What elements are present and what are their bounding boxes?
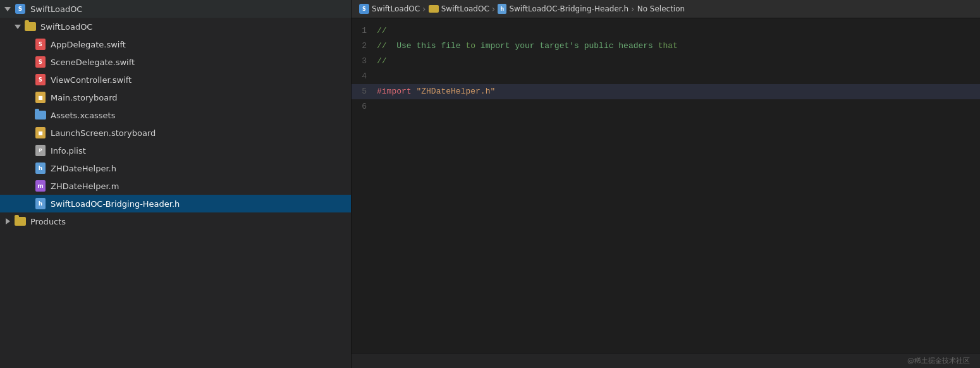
products-folder-icon [14, 215, 27, 228]
line-content-2: // Use this file to import your target's… [377, 39, 980, 53]
line-content-5: #import "ZHDateHelper.h" [377, 85, 980, 99]
watermark-text: @稀土掘金技术社区 [907, 357, 970, 365]
swift-icon-2: S [34, 73, 47, 86]
products-label: Products [30, 217, 66, 226]
breadcrumb-sep-3: › [631, 4, 635, 14]
breadcrumb-file-icon: h [498, 4, 506, 14]
line-num-5: 5 [352, 85, 377, 99]
line-num-4: 4 [352, 70, 377, 83]
breadcrumb-sep-2: › [492, 4, 496, 14]
sidebar-item-root[interactable]: S SwiftLoadOC [0, 0, 351, 18]
breadcrumb-project: SwiftLoadOC [372, 4, 420, 13]
file-label-9: SwiftLoadOC-Bridging-Header.h [51, 199, 180, 209]
swift-icon-0: S [34, 38, 47, 51]
editor: S SwiftLoadOC › SwiftLoadOC › h SwiftLoa… [352, 0, 980, 368]
breadcrumb-sep-1: › [422, 4, 426, 14]
xcassets-icon [34, 109, 47, 121]
sidebar-item-scenedelegate[interactable]: S SceneDelegate.swift [0, 53, 351, 71]
storyboard-icon-0: ■ [34, 91, 47, 104]
sidebar-item-assets[interactable]: Assets.xcassets [0, 106, 351, 124]
group-label: SwiftLoadOC [40, 22, 92, 32]
sidebar-item-zhdate-h[interactable]: h ZHDateHelper.h [0, 159, 351, 177]
line-num-3: 3 [352, 54, 377, 68]
file-label-1: SceneDelegate.swift [51, 58, 135, 67]
editor-content[interactable]: 1 // 2 // Use this file to import your t… [352, 18, 980, 353]
code-line-5: 5 #import "ZHDateHelper.h" [352, 84, 980, 99]
root-label: SwiftLoadOC [30, 4, 82, 14]
code-line-4: 4 [352, 69, 980, 84]
line-content-1: // [377, 24, 980, 38]
file-label-2: ViewController.swift [51, 75, 132, 85]
breadcrumb-folder: SwiftLoadOC [441, 4, 489, 13]
sidebar-item-zhdate-m[interactable]: m ZHDateHelper.m [0, 177, 351, 195]
h-icon-0: h [34, 162, 47, 175]
line-content-6 [377, 100, 980, 114]
sidebar-item-group[interactable]: SwiftLoadOC [0, 18, 351, 35]
file-label-4: Assets.xcassets [51, 111, 115, 120]
plist-icon: P [34, 144, 47, 157]
line-num-1: 1 [352, 24, 377, 38]
footer-watermark: @稀土掘金技术社区 [352, 353, 980, 368]
sidebar-item-viewcontroller[interactable]: S ViewController.swift [0, 71, 351, 89]
file-label-0: AppDelegate.swift [51, 40, 126, 49]
swift-icon-1: S [34, 56, 47, 68]
line-num-2: 2 [352, 39, 377, 53]
toggle-products[interactable] [3, 218, 13, 224]
file-label-3: Main.storyboard [51, 93, 118, 102]
toggle-root[interactable] [3, 7, 13, 11]
sidebar-item-products[interactable]: Products [0, 212, 351, 230]
storyboard-icon-1: ■ [34, 126, 47, 139]
breadcrumb-folder-icon [429, 5, 439, 13]
file-label-5: LaunchScreen.storyboard [51, 128, 156, 138]
sidebar-item-bridging-header[interactable]: h SwiftLoadOC-Bridging-Header.h [0, 195, 351, 212]
sidebar-item-appdelegate[interactable]: S AppDelegate.swift [0, 35, 351, 53]
file-label-6: Info.plist [51, 146, 86, 156]
group-folder-icon [24, 20, 37, 33]
toggle-group[interactable] [13, 25, 23, 29]
main-layout: S SwiftLoadOC SwiftLoadOC S AppDelegate.… [0, 0, 980, 368]
code-line-2: 2 // Use this file to import your target… [352, 39, 980, 54]
sidebar-item-launchscreen[interactable]: ■ LaunchScreen.storyboard [0, 124, 351, 142]
breadcrumb-file: SwiftLoadOC-Bridging-Header.h [509, 4, 628, 13]
h-icon-1: h [34, 197, 47, 210]
project-icon: S [14, 3, 27, 15]
breadcrumb-selection: No Selection [637, 4, 685, 13]
code-line-1: 1 // [352, 23, 980, 39]
breadcrumb: S SwiftLoadOC › SwiftLoadOC › h SwiftLoa… [352, 0, 980, 18]
code-line-6: 6 [352, 99, 980, 114]
breadcrumb-project-icon: S [359, 4, 369, 14]
code-line-3: 3 // [352, 54, 980, 69]
line-content-4 [377, 70, 980, 83]
sidebar: S SwiftLoadOC SwiftLoadOC S AppDelegate.… [0, 0, 352, 368]
file-label-7: ZHDateHelper.h [51, 164, 116, 173]
line-content-3: // [377, 54, 980, 68]
m-icon-0: m [34, 180, 47, 192]
sidebar-item-main-storyboard[interactable]: ■ Main.storyboard [0, 89, 351, 106]
sidebar-item-info-plist[interactable]: P Info.plist [0, 142, 351, 159]
file-label-8: ZHDateHelper.m [51, 181, 119, 191]
line-num-6: 6 [352, 100, 377, 114]
